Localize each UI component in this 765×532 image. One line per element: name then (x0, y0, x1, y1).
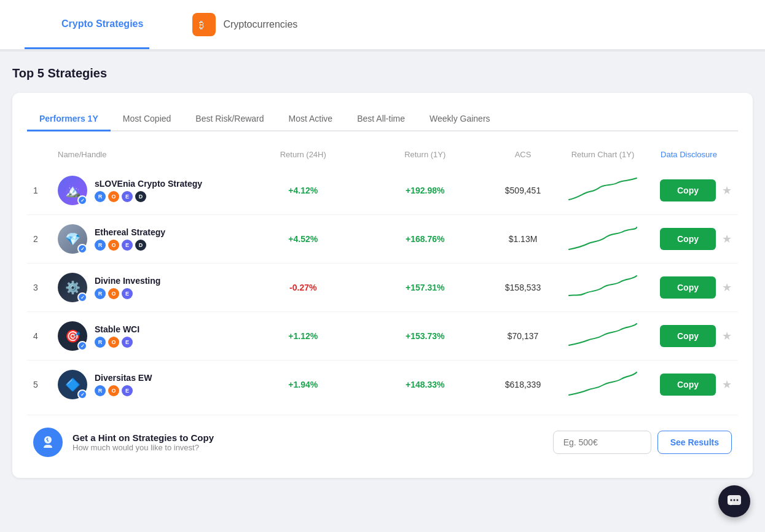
svg-text:₿: ₿ (199, 20, 204, 30)
verified-badge (77, 244, 87, 254)
chat-bubble[interactable] (718, 485, 750, 517)
favorite-icon[interactable]: ★ (722, 184, 732, 197)
chart-area (560, 321, 646, 351)
coin-icon: E (122, 288, 133, 299)
col-rank (33, 150, 58, 159)
copy-button[interactable]: Copy (660, 374, 716, 396)
col-chart: Return Chart (1Y) (560, 150, 646, 159)
coin-icon: O (108, 385, 119, 396)
strategy-details: sLOVEnia Crypto Strategy ROED (95, 179, 202, 202)
svg-point-6 (734, 499, 736, 501)
filter-tab-best-all-time[interactable]: Best All-time (345, 108, 417, 131)
copy-button[interactable]: Copy (660, 276, 716, 299)
return-24h: +4.52% (242, 234, 364, 244)
action-area: Copy ★ (646, 228, 732, 250)
filter-tab-weekly-gainers[interactable]: Weekly Gainers (417, 108, 503, 131)
filter-tab-most-copied[interactable]: Most Copied (111, 108, 184, 131)
svg-point-5 (731, 499, 732, 501)
col-name: Name/Handle (58, 150, 242, 159)
tab-cryptocurrencies[interactable]: ₿ Cryptocurrencies (186, 0, 304, 49)
strategy-details: Ethereal Strategy ROED (95, 227, 165, 251)
filter-tab-most-active[interactable]: Most Active (277, 108, 345, 131)
strategy-coin-icons: ROE (95, 337, 139, 348)
strategy-details: Divine Investing ROE (95, 276, 160, 299)
hint-title: Get a Hint on Strategies to Copy (73, 432, 553, 443)
tab-crypto-strategies[interactable]: 🧪 Crypto Strategies (25, 0, 149, 49)
strategy-coin-icons: ROE (95, 288, 160, 299)
hint-icon (33, 428, 63, 457)
acs-value: $509,451 (486, 186, 560, 195)
favorite-icon[interactable]: ★ (722, 281, 732, 294)
copy-button[interactable]: Copy (660, 325, 716, 347)
strategy-name: sLOVEnia Crypto Strategy (95, 179, 202, 189)
tab-crypto-strategies-label: Crypto Strategies (61, 18, 143, 29)
acs-value: $70,137 (486, 331, 560, 341)
coin-icon: O (108, 240, 119, 251)
coin-icon: R (95, 288, 106, 299)
col-return-24h: Return (24H) (242, 150, 364, 159)
coin-icon: R (95, 385, 106, 396)
copy-button[interactable]: Copy (660, 179, 716, 201)
section-title: Top 5 Strategies (12, 66, 753, 80)
hint-input-area: See Results (553, 431, 732, 454)
avatar-wrapper: 💎 (58, 224, 87, 254)
strategy-name: Diversitas EW (95, 373, 152, 383)
coin-icon: E (122, 191, 133, 202)
mini-chart-svg (566, 321, 640, 351)
strategy-info: ⚙️ Divine Investing ROE (58, 273, 242, 302)
rank-number: 5 (33, 380, 58, 389)
strategy-coin-icons: ROED (95, 191, 202, 202)
coin-icon: E (122, 385, 133, 396)
verified-badge (77, 292, 87, 302)
filter-tab-performers-1y[interactable]: Performers 1Y (27, 108, 111, 131)
coin-icon: O (108, 191, 119, 202)
return-24h: +4.12% (242, 186, 364, 195)
table-row: 2 💎 Ethereal Strategy ROED +4.52% +168.7… (27, 215, 738, 264)
return-24h: -0.27% (242, 283, 364, 292)
main-content: Top 5 Strategies Performers 1Y Most Copi… (0, 52, 765, 493)
coin-icon: R (95, 337, 106, 348)
action-area: Copy ★ (646, 276, 732, 299)
mini-chart-svg (566, 272, 640, 303)
strategy-info: 🏔️ sLOVEnia Crypto Strategy ROED (58, 176, 242, 205)
strategies-card: Performers 1Y Most Copied Best Risk/Rewa… (12, 93, 753, 478)
favorite-icon[interactable]: ★ (722, 329, 732, 343)
crypto-icon: ₿ (192, 13, 216, 36)
rank-number: 3 (33, 283, 58, 292)
hint-row: Get a Hint on Strategies to Copy How muc… (27, 415, 738, 463)
tab-cryptocurrencies-label: Cryptocurrencies (223, 19, 297, 30)
favorite-icon[interactable]: ★ (722, 378, 732, 391)
chart-area (560, 175, 646, 206)
table-row: 1 🏔️ sLOVEnia Crypto Strategy ROED +4.12… (27, 166, 738, 215)
copy-button[interactable]: Copy (660, 228, 716, 250)
header-tab-list: 🧪 Crypto Strategies ₿ Cryptocurrencies (25, 0, 304, 49)
see-results-button[interactable]: See Results (657, 431, 732, 454)
table-row: 5 🔷 Diversitas EW ROE +1.94% +148.33% $6… (27, 361, 738, 409)
coin-icon: E (122, 240, 133, 251)
return-1y: +148.33% (364, 380, 487, 389)
invest-amount-input[interactable] (553, 431, 651, 454)
coin-icon: R (95, 191, 106, 202)
col-return-1y: Return (1Y) (364, 150, 487, 159)
rank-number: 2 (33, 234, 58, 244)
strategy-name: Divine Investing (95, 276, 160, 286)
header: 🧪 Crypto Strategies ₿ Cryptocurrencies (0, 0, 765, 49)
acs-value: $618,339 (486, 380, 560, 389)
return-24h: +1.94% (242, 380, 364, 389)
coin-icon: R (95, 240, 106, 251)
progress-bar-bg (0, 49, 765, 52)
strategy-info: 🔷 Diversitas EW ROE (58, 370, 242, 399)
coin-icon: E (122, 337, 133, 348)
rank-number: 4 (33, 331, 58, 341)
strategy-coin-icons: ROED (95, 240, 165, 251)
favorite-icon[interactable]: ★ (722, 232, 732, 246)
strategy-details: Stable WCI ROE (95, 324, 139, 348)
coin-icon: O (108, 288, 119, 299)
strategy-name: Stable WCI (95, 324, 139, 334)
strategy-name: Ethereal Strategy (95, 227, 165, 237)
avatar-wrapper: 🔷 (58, 370, 87, 399)
filter-tab-best-risk-reward[interactable]: Best Risk/Reward (183, 108, 276, 131)
coin-icon: D (135, 191, 146, 202)
table-row: 3 ⚙️ Divine Investing ROE -0.27% +157.31… (27, 264, 738, 312)
coin-icon: O (108, 337, 119, 348)
